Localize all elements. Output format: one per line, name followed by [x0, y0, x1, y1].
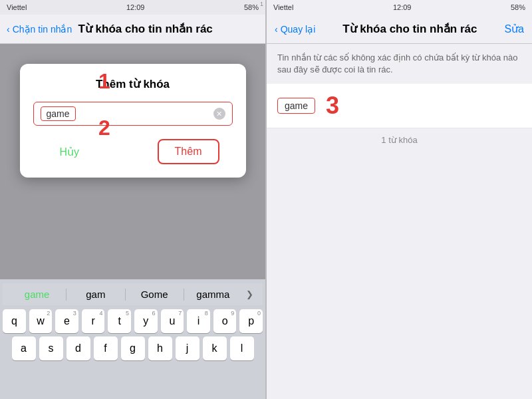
asdf-row: a s d f g h j k l — [3, 336, 263, 360]
key-k[interactable]: k — [203, 336, 227, 360]
left-battery: 58% — [244, 3, 259, 11]
key-q-1[interactable]: 1q — [3, 309, 26, 333]
right-back-label: Quay lại — [281, 24, 316, 35]
key-r-4[interactable]: 4r — [82, 309, 105, 333]
clear-button[interactable]: ✕ — [213, 108, 225, 120]
dialog-title: Thêm từ khóa — [33, 77, 233, 91]
right-nav-title: Từ khóa cho tin nhắn rác — [315, 22, 504, 36]
add-keyword-dialog: Thêm từ khóa game ✕ Hủy Thêm — [20, 64, 246, 178]
left-nav-title: Từ khóa cho tin nhắn rác — [32, 22, 259, 36]
right-time: 12:09 — [393, 3, 412, 11]
left-panel: Viettel 12:09 58% ‹ Chặn tin nhắn Từ khó… — [0, 0, 265, 399]
key-h[interactable]: h — [148, 336, 172, 360]
left-time: 12:09 — [126, 3, 145, 11]
key-a[interactable]: a — [12, 336, 36, 360]
key-g[interactable]: g — [121, 336, 145, 360]
left-chevron-icon: ‹ — [7, 24, 10, 35]
keyword-list-item: game 3 — [267, 84, 532, 128]
dialog-overlay: 1 2 Thêm từ khóa game ✕ Hủy Thêm — [0, 44, 265, 279]
suggestion-arrow[interactable]: ❯ — [242, 288, 257, 301]
edit-button[interactable]: Sửa — [504, 23, 524, 35]
key-s[interactable]: s — [39, 336, 63, 360]
suggestion-gamma[interactable]: gamma — [184, 287, 242, 301]
add-button[interactable]: Thêm — [158, 139, 219, 164]
keyboard: game gam Gome gamma ❯ 1q 2w 3e 4r 5t 6y … — [0, 279, 265, 399]
left-status-bar: Viettel 12:09 58% — [0, 0, 265, 15]
suggestion-gome[interactable]: Gome — [126, 287, 184, 301]
right-back-button[interactable]: ‹ Quay lại — [275, 24, 315, 35]
right-nav-bar: ‹ Quay lại Từ khóa cho tin nhắn rác Sửa — [267, 15, 532, 44]
annotation-1: 1 — [98, 69, 110, 94]
key-u-7[interactable]: 7u — [161, 309, 184, 333]
right-status-bar: Viettel 12:09 58% — [267, 0, 532, 15]
left-content: 1 2 Thêm từ khóa game ✕ Hủy Thêm Không c… — [0, 44, 265, 279]
right-description: Tin nhắn từ các số không xác định có chứ… — [267, 44, 532, 84]
left-carrier: Viettel — [7, 3, 27, 11]
keyword-count: 1 từ khóa — [267, 128, 532, 152]
suggestion-gam[interactable]: gam — [66, 287, 124, 301]
key-j[interactable]: j — [176, 336, 200, 360]
key-l[interactable]: l — [230, 336, 254, 360]
key-e-3[interactable]: 3e — [55, 309, 78, 333]
left-nav-bar: ‹ Chặn tin nhắn Từ khóa cho tin nhắn rác — [0, 15, 265, 44]
right-panel: Viettel 12:09 58% ‹ Quay lại Từ khóa cho… — [267, 0, 532, 399]
cancel-button[interactable]: Hủy — [47, 140, 93, 164]
key-y-6[interactable]: 6y — [134, 309, 158, 333]
annotation-3: 3 — [326, 92, 339, 120]
right-battery: 58% — [511, 3, 525, 11]
keyword-tag: game — [277, 98, 315, 114]
key-p-0[interactable]: 0p — [239, 309, 263, 333]
dialog-buttons: Hủy Thêm — [33, 139, 233, 164]
suggestion-game[interactable]: game — [8, 287, 66, 301]
key-f[interactable]: f — [94, 336, 118, 360]
key-o-9[interactable]: 9o — [213, 309, 237, 333]
number-row: 1q 2w 3e 4r 5t 6y 7u 8i 9o 0p — [3, 309, 263, 333]
key-t-5[interactable]: 5t — [108, 309, 131, 333]
key-i-8[interactable]: 8i — [187, 309, 210, 333]
key-d[interactable]: d — [66, 336, 90, 360]
dialog-input-tag: game — [41, 106, 76, 121]
dialog-input-row[interactable]: game ✕ — [33, 102, 233, 126]
annotation-2: 2 — [98, 116, 110, 140]
right-chevron-icon: ‹ — [275, 24, 278, 35]
key-w-2[interactable]: 2w — [29, 309, 53, 333]
keyboard-suggestions: game gam Gome gamma ❯ — [3, 283, 263, 305]
right-carrier: Viettel — [273, 3, 293, 11]
